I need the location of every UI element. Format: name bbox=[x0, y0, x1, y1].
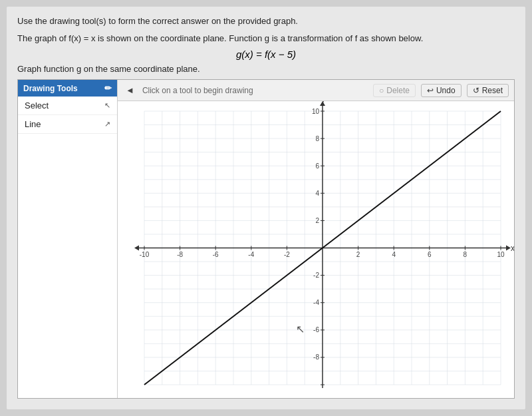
drawing-tools-header: Drawing Tools ✏ bbox=[18, 80, 117, 97]
equation-text: g(x) = f(x − 5) bbox=[236, 49, 296, 60]
equation-display: g(x) = f(x − 5) bbox=[17, 49, 515, 60]
reset-button[interactable]: ↺ Reset bbox=[467, 84, 509, 97]
select-tool-label: Select bbox=[25, 101, 49, 110]
instruction-3: Graph function g on the same coordinate … bbox=[17, 64, 515, 74]
instruction-2: The graph of f(x) = x is shown on the co… bbox=[17, 32, 515, 45]
click-hint: Click on a tool to begin drawing bbox=[142, 86, 368, 95]
toolbar: ◄ Click on a tool to begin drawing ○ Del… bbox=[118, 80, 514, 101]
instruction-1: Use the drawing tool(s) to form the corr… bbox=[17, 15, 515, 28]
delete-label: Delete bbox=[386, 86, 410, 95]
undo-button[interactable]: ↩ Undo bbox=[421, 84, 462, 97]
delete-button[interactable]: ○ Delete bbox=[373, 84, 416, 97]
reset-icon: ↺ bbox=[473, 86, 479, 95]
pencil-icon: ✏ bbox=[104, 83, 112, 93]
undo-icon: ↩ bbox=[427, 86, 434, 95]
select-tool[interactable]: Select ↖ bbox=[18, 97, 117, 115]
page-container: Use the drawing tool(s) to form the corr… bbox=[7, 7, 525, 409]
drawing-tools-panel: Drawing Tools ✏ Select ↖ Line ↗ bbox=[18, 80, 118, 398]
drawing-tools-title: Drawing Tools bbox=[23, 84, 78, 93]
coordinate-plane[interactable] bbox=[118, 101, 514, 398]
select-icon: ↖ bbox=[104, 101, 110, 110]
line-tool-label: Line bbox=[25, 119, 41, 129]
collapse-button[interactable]: ◄ bbox=[123, 84, 137, 97]
right-panel: ◄ Click on a tool to begin drawing ○ Del… bbox=[118, 80, 514, 398]
reset-label: Reset bbox=[482, 86, 503, 95]
line-icon: ↗ bbox=[104, 120, 110, 128]
tool-graph-area: Drawing Tools ✏ Select ↖ Line ↗ ◄ Click … bbox=[17, 79, 515, 399]
delete-icon: ○ bbox=[379, 86, 384, 95]
line-tool[interactable]: Line ↗ bbox=[18, 115, 117, 134]
graph-canvas[interactable] bbox=[118, 101, 514, 398]
undo-label: Undo bbox=[436, 86, 456, 95]
